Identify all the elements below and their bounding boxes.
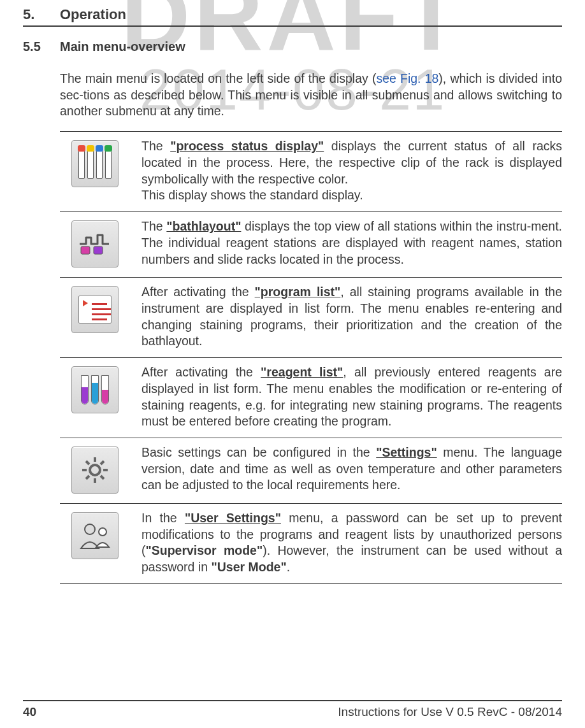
settings-icon	[60, 445, 130, 496]
process-status-desc: The "process status display" displays th…	[141, 138, 562, 204]
intro-paragraph: The main menu is located on the left sid…	[60, 71, 562, 120]
svg-rect-0	[81, 246, 90, 254]
svg-line-7	[86, 461, 89, 464]
svg-point-12	[99, 528, 106, 536]
section-number: 5.5	[23, 39, 60, 54]
intro-pre: The main menu is located on the left sid…	[60, 71, 376, 85]
page-footer: 40 Instructions for Use V 0.5 RevC - 08/…	[23, 700, 562, 719]
svg-rect-1	[94, 246, 103, 254]
program-list-desc: After activating the "program list", all…	[141, 284, 562, 350]
svg-point-11	[85, 524, 95, 534]
reagent-list-desc: After activating the "reagent list", all…	[141, 364, 562, 430]
table-row: In the "User Settings" menu, a password …	[60, 504, 562, 584]
settings-desc: Basic settings can be configured in the …	[141, 445, 562, 494]
figure-link[interactable]: see Fig. 18	[376, 71, 438, 85]
section-header: 5.5 Main menu-overview	[23, 39, 562, 54]
page-number: 40	[23, 705, 36, 719]
section-title: Main menu-overview	[60, 39, 185, 54]
doc-version: Instructions for Use V 0.5 RevC - 08/201…	[338, 705, 562, 719]
chapter-header: 5. Operation	[23, 0, 562, 27]
chapter-number: 5.	[23, 6, 60, 23]
bathlayout-icon	[60, 218, 130, 269]
svg-line-9	[101, 461, 104, 464]
program-list-icon	[60, 284, 130, 335]
table-row: After activating the "reagent list", all…	[60, 358, 562, 438]
reagent-list-icon	[60, 364, 130, 415]
svg-line-10	[86, 476, 89, 479]
svg-line-8	[101, 476, 104, 479]
user-settings-icon	[60, 510, 130, 561]
menu-overview-table: The "process status display" displays th…	[60, 131, 562, 584]
svg-point-2	[90, 465, 100, 475]
process-status-icon	[60, 138, 130, 189]
table-row: The "bathlayout" displays the top view o…	[60, 212, 562, 278]
table-row: After activating the "program list", all…	[60, 278, 562, 358]
chapter-title: Operation	[60, 6, 126, 23]
user-settings-desc: In the "User Settings" menu, a password …	[141, 510, 562, 576]
table-row: Basic settings can be configured in the …	[60, 438, 562, 504]
bathlayout-desc: The "bathlayout" displays the top view o…	[141, 218, 562, 268]
table-row: The "process status display" displays th…	[60, 132, 562, 212]
